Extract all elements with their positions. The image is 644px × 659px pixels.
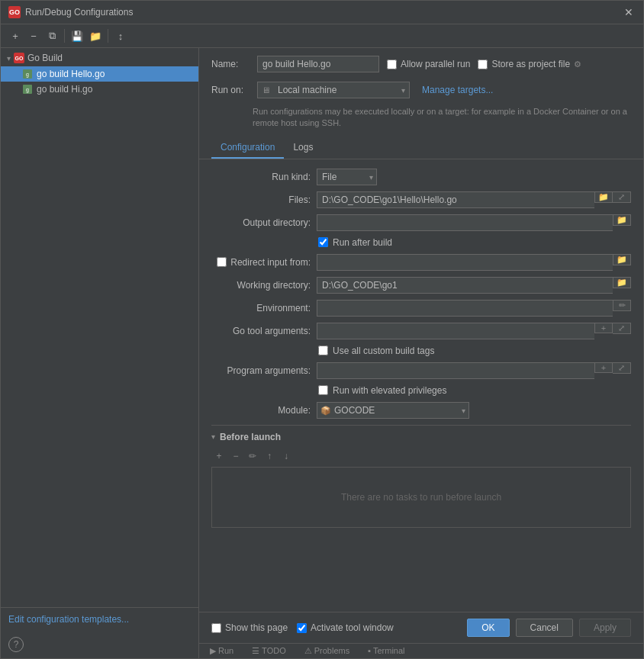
machine-select[interactable]: Local machine — [257, 82, 410, 98]
module-select[interactable]: GOCODE — [317, 402, 469, 419]
apply-button[interactable]: Apply — [579, 619, 631, 637]
sidebar-item-hi[interactable]: g go build Hi.go — [1, 82, 198, 97]
run-after-build-label[interactable]: Run after build — [333, 237, 392, 248]
activate-tool-checkbox[interactable] — [297, 623, 307, 633]
show-page-checkbox[interactable] — [211, 623, 221, 633]
program-args-expand-button[interactable]: ⤢ — [613, 362, 631, 374]
files-browse-button[interactable]: 📁 — [594, 191, 613, 203]
run-kind-label: Run kind: — [211, 172, 311, 182]
sidebar-item-label-1: go build Hello.go — [37, 69, 105, 79]
run-on-row: Run on: 🖥 Local machine ▾ Manage targets… — [199, 79, 643, 101]
save-config-button[interactable]: 💾 — [69, 27, 85, 44]
files-expand-button[interactable]: ⤢ — [613, 191, 631, 203]
run-kind-select[interactable]: File Package Directory — [317, 169, 377, 185]
tab-configuration[interactable]: Configuration — [211, 136, 284, 159]
go-icon: GO — [8, 6, 21, 18]
before-launch-add-button[interactable]: + — [211, 448, 227, 464]
store-project-checkbox[interactable] — [478, 59, 488, 69]
elevated-checkbox[interactable] — [318, 385, 328, 395]
module-label: Module: — [211, 405, 311, 416]
before-launch-down-button[interactable]: ↓ — [279, 448, 294, 464]
custom-tags-row: Use all custom build tags — [211, 346, 631, 356]
before-launch-header[interactable]: ▾ Before launch — [211, 425, 631, 445]
remove-config-button[interactable]: − — [25, 27, 42, 44]
name-label: Name: — [211, 59, 250, 69]
working-dir-row: Working directory: 📁 — [211, 277, 631, 294]
run-kind-select-container: File Package Directory — [317, 169, 377, 185]
files-browse-icon: 📁 — [598, 192, 609, 202]
no-tasks-text: There are no tasks to run before launch — [341, 492, 501, 503]
run-after-build-checkbox[interactable] — [318, 237, 328, 247]
go-tool-add-icon: + — [601, 323, 606, 333]
allow-parallel-label[interactable]: Allow parallel run — [401, 59, 470, 69]
ok-button[interactable]: OK — [467, 619, 509, 637]
add-config-button[interactable]: + — [7, 27, 24, 44]
working-dir-browse-button[interactable]: 📁 — [613, 277, 631, 288]
before-launch-remove-button[interactable]: − — [228, 448, 243, 464]
bottom-left: Show this page Activate tool window — [211, 622, 394, 633]
sidebar-item-hello[interactable]: g go build Hello.go — [1, 66, 198, 82]
status-run[interactable]: ▶ Run — [207, 645, 237, 657]
sidebar-group-header[interactable]: ▾ GO Go Build — [1, 50, 198, 66]
minus-icon: − — [31, 31, 37, 42]
custom-tags-label[interactable]: Use all custom build tags — [333, 346, 434, 356]
store-project-label[interactable]: Store as project file — [491, 59, 570, 69]
before-launch-edit-button[interactable]: ✏ — [245, 448, 260, 464]
environment-edit-button[interactable]: ✏ — [613, 300, 631, 311]
tabs-row: Configuration Logs — [199, 136, 643, 159]
cancel-button[interactable]: Cancel — [516, 619, 573, 637]
status-terminal[interactable]: ▪ Terminal — [365, 645, 407, 657]
run-kind-row: Run kind: File Package Directory — [211, 169, 631, 185]
activate-tool-label[interactable]: Activate tool window — [311, 622, 394, 633]
status-todo[interactable]: ☰ TODO — [249, 645, 288, 657]
name-input[interactable] — [257, 56, 379, 72]
program-args-input[interactable] — [317, 362, 594, 379]
edit-templates-link[interactable]: Edit configuration templates... — [8, 614, 129, 625]
manage-targets-link[interactable]: Manage targets... — [422, 85, 493, 95]
allow-parallel-checkbox[interactable] — [387, 59, 397, 69]
output-dir-input-group: 📁 — [317, 214, 631, 231]
elevated-label[interactable]: Run with elevated privileges — [333, 385, 446, 396]
go-tool-expand-button[interactable]: ⤢ — [613, 323, 631, 334]
go-tool-args-row: Go tool arguments: + ⤢ — [211, 323, 631, 339]
program-args-expand-icon: ⤢ — [618, 363, 625, 373]
collapse-icon: ▾ — [7, 54, 11, 63]
working-dir-input[interactable] — [317, 277, 613, 294]
add-icon: + — [12, 31, 18, 42]
sidebar: ▾ GO Go Build g go build Hello.go g — [1, 48, 199, 658]
redirect-browse-button[interactable]: 📁 — [613, 254, 631, 265]
show-page-label[interactable]: Show this page — [225, 622, 288, 633]
files-input[interactable] — [317, 191, 594, 208]
program-args-add-button[interactable]: + — [594, 362, 613, 373]
files-expand-icon: ⤢ — [618, 192, 625, 202]
redirect-input-label[interactable]: Redirect input from: — [230, 257, 311, 268]
save-icon: 💾 — [71, 31, 83, 42]
output-dir-input[interactable] — [317, 214, 613, 231]
redirect-input-field[interactable] — [317, 254, 613, 271]
help-button[interactable]: ? — [8, 637, 24, 652]
before-launch-up-button[interactable]: ↑ — [262, 448, 277, 464]
before-launch-collapse-icon: ▾ — [211, 432, 215, 441]
go-tool-args-input[interactable] — [317, 323, 594, 339]
copy-config-button[interactable]: ⧉ — [43, 27, 60, 44]
tab-logs[interactable]: Logs — [284, 136, 322, 159]
files-row: Files: 📁 ⤢ — [211, 191, 631, 208]
go-tool-expand-icon: ⤢ — [618, 323, 625, 333]
close-button[interactable]: ✕ — [622, 5, 636, 19]
status-problems[interactable]: ⚠ Problems — [301, 645, 353, 657]
output-dir-browse-button[interactable]: 📁 — [613, 214, 631, 226]
sidebar-group-go-build: ▾ GO Go Build g go build Hello.go g — [1, 48, 198, 98]
title-bar-left: GO Run/Debug Configurations — [8, 6, 133, 18]
redirect-input-group: 📁 — [317, 254, 631, 271]
sidebar-bottom: ? — [1, 631, 198, 658]
custom-tags-checkbox[interactable] — [318, 346, 328, 355]
sort-config-button[interactable]: ↕ — [112, 27, 129, 44]
go-tool-add-button[interactable]: + — [594, 323, 613, 333]
machine-select-wrapper: 🖥 Local machine ▾ — [257, 82, 410, 98]
output-dir-row: Output directory: 📁 — [211, 214, 631, 231]
program-args-label: Program arguments: — [211, 365, 311, 376]
folder-config-button[interactable]: 📁 — [87, 27, 104, 44]
environment-input[interactable] — [317, 300, 613, 317]
redirect-input-checkbox[interactable] — [217, 257, 227, 267]
working-dir-label: Working directory: — [211, 280, 311, 291]
